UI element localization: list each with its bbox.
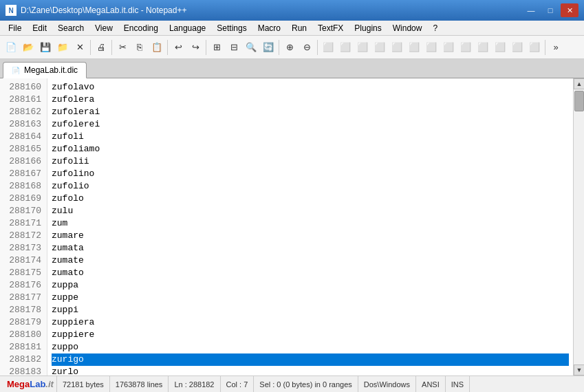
toolbar-btn-33[interactable]: ⬜ xyxy=(492,39,508,56)
code-line: zuppi xyxy=(52,304,569,316)
logo-lab: Lab xyxy=(30,379,45,389)
toolbar-btn-18[interactable]: 🔄 xyxy=(260,39,277,56)
close-button[interactable]: ✕ xyxy=(561,3,578,17)
line-text: zufolio xyxy=(52,180,89,193)
line-number: 288175 xyxy=(0,267,47,279)
line-text: zufolerai xyxy=(52,106,100,118)
toolbar-btn-30[interactable]: ⬜ xyxy=(440,39,457,56)
code-line: zuppa xyxy=(52,279,569,292)
toolbar-btn-24[interactable]: ⬜ xyxy=(337,39,354,56)
line-number: 288165 xyxy=(0,143,47,155)
toolbar-btn-32[interactable]: ⬜ xyxy=(475,39,491,56)
line-number: 288172 xyxy=(0,230,47,242)
menu-item-settings[interactable]: Settings xyxy=(211,22,252,34)
toolbar-btn-26[interactable]: ⬜ xyxy=(371,39,388,56)
status-lines-info: 1763878 lines xyxy=(110,376,169,392)
line-text: zuppa xyxy=(52,279,78,292)
toolbar-btn-1[interactable]: 📂 xyxy=(20,39,36,56)
toolbar-btn-16[interactable]: ⊟ xyxy=(226,39,242,56)
code-line: zumate xyxy=(52,254,569,267)
menu-item-edit[interactable]: Edit xyxy=(27,22,52,34)
toolbar-separator-11 xyxy=(167,40,168,55)
line-text: zuppiera xyxy=(52,316,94,329)
code-line: zurlo xyxy=(52,366,569,375)
code-line: zufolerai xyxy=(52,106,569,118)
menu-item-window[interactable]: Window xyxy=(387,22,428,34)
line-number: 288179 xyxy=(0,316,47,329)
scroll-thumb[interactable] xyxy=(574,91,584,111)
toolbar-btn-13[interactable]: ↪ xyxy=(187,39,204,56)
code-line: zuppiere xyxy=(52,329,569,341)
code-line: zufolo xyxy=(52,193,569,205)
menu-item-macro[interactable]: Macro xyxy=(252,22,286,34)
toolbar-btn-31[interactable]: ⬜ xyxy=(457,39,474,56)
menu-item-run[interactable]: Run xyxy=(286,22,312,34)
toolbar-btn-15[interactable]: ⊞ xyxy=(208,39,225,56)
toolbar-btn-35[interactable]: ⬜ xyxy=(526,39,543,56)
menu-item-encoding[interactable]: Encoding xyxy=(118,22,164,34)
app-icon: N xyxy=(6,5,17,16)
scroll-track[interactable] xyxy=(574,89,584,364)
maximize-button[interactable]: □ xyxy=(541,3,559,17)
line-number: 288161 xyxy=(0,94,47,106)
toolbar-btn-17[interactable]: 🔍 xyxy=(243,39,259,56)
toolbar-btn-21[interactable]: ⊖ xyxy=(299,39,315,56)
menu-item-?[interactable]: ? xyxy=(427,22,443,34)
toolbar-btn-27[interactable]: ⬜ xyxy=(389,39,405,56)
line-number: 288174 xyxy=(0,254,47,267)
toolbar-separator-19 xyxy=(279,40,279,55)
toolbar-btn-25[interactable]: ⬜ xyxy=(354,39,371,56)
menu-item-language[interactable]: Language xyxy=(164,22,211,34)
toolbar-btn-6[interactable]: 🖨 xyxy=(93,39,109,56)
toolbar-btn-0[interactable]: 📄 xyxy=(3,39,19,56)
code-line: zufolii xyxy=(52,155,569,168)
minimize-button[interactable]: — xyxy=(522,3,540,17)
status-file-info: 72181 bytes xyxy=(57,376,110,392)
scroll-up-arrow[interactable]: ▲ xyxy=(574,78,584,89)
menu-item-file[interactable]: File xyxy=(3,22,27,34)
line-number: 288176 xyxy=(0,279,47,292)
code-line: zufolera xyxy=(52,94,569,106)
toolbar-btn-12[interactable]: ↩ xyxy=(170,39,186,56)
line-text: zuppe xyxy=(52,292,78,304)
menu-item-search[interactable]: Search xyxy=(52,22,89,34)
toolbar-btn-28[interactable]: ⬜ xyxy=(406,39,422,56)
menu-item-textfx[interactable]: TextFX xyxy=(312,22,349,34)
line-text: zumato xyxy=(52,267,84,279)
active-tab[interactable]: 📄 MegaLab.it.dic xyxy=(3,62,87,78)
toolbar-btn-2[interactable]: 💾 xyxy=(37,39,54,56)
toolbar-separator-22 xyxy=(317,40,318,55)
toolbar-btn-34[interactable]: ⬜ xyxy=(509,39,526,56)
line-text: zufoliamo xyxy=(52,143,100,155)
line-number: 288171 xyxy=(0,217,47,230)
line-number: 288180 xyxy=(0,329,47,341)
toolbar-separator-36 xyxy=(545,40,545,55)
toolbar-btn-29[interactable]: ⬜ xyxy=(423,39,440,56)
line-number: 288169 xyxy=(0,193,47,205)
line-number: 288181 xyxy=(0,341,47,353)
toolbar-btn-8[interactable]: ✂ xyxy=(114,39,131,56)
line-number: 288168 xyxy=(0,180,47,193)
content-area[interactable]: zufolavozufolerazufoleraizufolereizufoli… xyxy=(47,78,573,375)
line-text: zumare xyxy=(52,230,84,242)
line-number: 288164 xyxy=(0,131,47,143)
toolbar-btn-9[interactable]: ⎘ xyxy=(131,39,148,56)
scroll-down-arrow[interactable]: ▼ xyxy=(574,364,584,375)
line-text: zum xyxy=(52,217,67,230)
menu-item-plugins[interactable]: Plugins xyxy=(349,22,387,34)
vertical-scrollbar[interactable]: ▲ ▼ xyxy=(573,78,584,375)
code-line: zuppiera xyxy=(52,316,569,329)
line-text: zufolo xyxy=(52,193,84,205)
toolbar-btn-3[interactable]: 📁 xyxy=(54,39,71,56)
toolbar-btn-20[interactable]: ⊕ xyxy=(281,39,298,56)
menu-item-view[interactable]: View xyxy=(89,22,118,34)
line-text: zufolerei xyxy=(52,118,100,131)
line-text: zufolino xyxy=(52,168,94,180)
toolbar-btn-10[interactable]: 📋 xyxy=(149,39,165,56)
status-col: Col : 7 xyxy=(221,376,255,392)
line-number: 288162 xyxy=(0,106,47,118)
toolbar-btn-23[interactable]: ⬜ xyxy=(320,39,336,56)
toolbar-btn-4[interactable]: ✕ xyxy=(72,39,88,56)
toolbar-btn-37[interactable]: » xyxy=(548,39,564,56)
line-text: zufolera xyxy=(52,94,94,106)
